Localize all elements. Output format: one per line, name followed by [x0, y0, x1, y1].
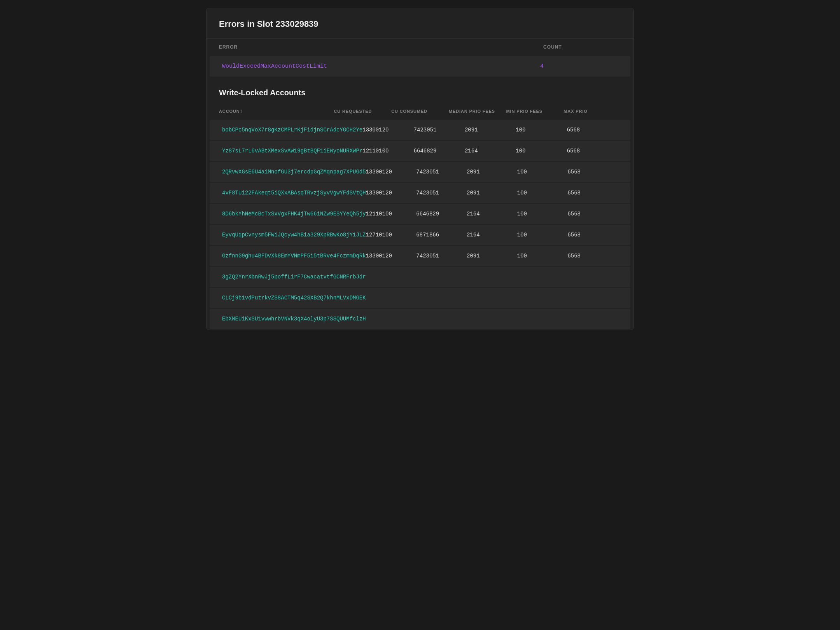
cu-consumed-column-header: CU CONSUMED — [391, 109, 449, 114]
min-prio-fees-value: 100 — [517, 190, 568, 196]
median-prio-fees-value: 2091 — [465, 127, 516, 133]
median-prio-fees-value: 2091 — [467, 253, 517, 259]
count-value: 4 — [540, 63, 618, 70]
account-row: GzfnnG9ghu4BFDvXk8EmYVNmPF5i5tBRve4Fczmm… — [210, 246, 630, 266]
min-prio-fees-value: 100 — [516, 127, 567, 133]
cu-consumed-value: 6646829 — [416, 211, 467, 217]
cu-requested-value: 12110100 — [362, 148, 413, 154]
cu-consumed-value: 7423051 — [416, 253, 467, 259]
write-locked-section-title: Write-Locked Accounts — [206, 77, 634, 103]
account-address[interactable]: 4vF8TUi22FAkeqt5iQXxABAsqTRvzjSyvVgwYFdS… — [222, 190, 366, 196]
max-prio-value: 6568 — [567, 169, 618, 175]
account-address[interactable]: EbXNEUiKxSU1vwwhrbVNVk3qX4olyU3p7SSQUUMf… — [222, 316, 366, 322]
error-rows-container: WouldExceedMaxAccountCostLimit4 — [206, 56, 634, 77]
cu-requested-value: 13300120 — [366, 169, 416, 175]
cu-consumed-value: 7423051 — [416, 169, 467, 175]
median-prio-fees-value: 2164 — [465, 148, 516, 154]
max-prio-column-header: MAX PRIO — [564, 109, 621, 114]
median-prio-fees-value: 2091 — [467, 190, 517, 196]
account-rows-container: bobCPc5nqVoX7r8gKzCMPLrKjFidjnSCrAdcYGCH… — [206, 120, 634, 329]
account-address[interactable]: Yz87sL7rL6vABtXMexSvAW19gBtBQF1iEWyoNURX… — [222, 148, 362, 154]
min-prio-fees-value: 100 — [517, 232, 568, 238]
error-row: WouldExceedMaxAccountCostLimit4 — [210, 56, 630, 77]
error-value[interactable]: WouldExceedMaxAccountCostLimit — [222, 63, 540, 70]
max-prio-value: 6568 — [567, 253, 618, 259]
min-prio-fees-value: 100 — [517, 169, 568, 175]
max-prio-value: 6568 — [567, 232, 618, 238]
error-column-header: ERROR — [219, 44, 543, 50]
account-row: bobCPc5nqVoX7r8gKzCMPLrKjFidjnSCrAdcYGCH… — [210, 120, 630, 140]
account-address[interactable]: CLCj9b1vdPutrkvZS8ACTM5q42SXB2Q7khnMLVxD… — [222, 295, 366, 301]
cu-requested-value: 12110100 — [366, 211, 416, 217]
account-address[interactable]: bobCPc5nqVoX7r8gKzCMPLrKjFidjnSCrAdcYGCH… — [222, 127, 362, 133]
median-prio-fees-value: 2164 — [467, 211, 517, 217]
account-address[interactable]: 8D6bkYhNeMcBcTxSxVgxFHK4jTw66iNZw9ESYYeQ… — [222, 211, 366, 217]
median-prio-fees-value: 2091 — [467, 169, 517, 175]
min-prio-fees-value: 100 — [517, 211, 568, 217]
account-address[interactable]: GzfnnG9ghu4BFDvXk8EmYVNmPF5i5tBRve4Fczmm… — [222, 253, 366, 259]
median-prio-fees-column-header: MEDIAN PRIO FEES — [449, 109, 506, 114]
median-prio-fees-value: 2164 — [467, 232, 517, 238]
min-prio-fees-value: 100 — [516, 148, 567, 154]
account-address[interactable]: 3gZQ2YnrXbnRwJj5poffLirF7CwacatvtfGCNRFr… — [222, 274, 366, 280]
cu-requested-value: 13300120 — [362, 127, 413, 133]
page-title: Errors in Slot 233029839 — [219, 19, 621, 29]
errors-table-header: ERROR COUNT — [206, 39, 634, 55]
account-row: Yz87sL7rL6vABtXMexSvAW19gBtBQF1iEWyoNURX… — [210, 141, 630, 161]
count-column-header: COUNT — [543, 44, 621, 50]
account-row: 4vF8TUi22FAkeqt5iQXxABAsqTRvzjSyvVgwYFdS… — [210, 183, 630, 203]
account-address[interactable]: EyvqUqpCvnysm5FWiJQcyw4hBia329XpRBwKo8jY… — [222, 232, 366, 238]
cu-consumed-value: 6646829 — [414, 148, 465, 154]
account-row: 3gZQ2YnrXbnRwJj5poffLirF7CwacatvtfGCNRFr… — [210, 267, 630, 287]
max-prio-value: 6568 — [567, 211, 618, 217]
account-row: 8D6bkYhNeMcBcTxSxVgxFHK4jTw66iNZw9ESYYeQ… — [210, 204, 630, 224]
max-prio-value: 6568 — [567, 148, 618, 154]
errors-table-section: ERROR COUNT WouldExceedMaxAccountCostLim… — [206, 39, 634, 77]
account-row: 2QRvwXGsE6U4aiMnofGU3j7ercdpGqZMqnpag7XP… — [210, 162, 630, 182]
main-container: Errors in Slot 233029839 ERROR COUNT Wou… — [206, 8, 634, 330]
min-prio-fees-column-header: MIN PRIO FEES — [506, 109, 564, 114]
min-prio-fees-value: 100 — [517, 253, 568, 259]
accounts-table-header: ACCOUNT CU REQUESTED CU CONSUMED MEDIAN … — [206, 103, 634, 119]
max-prio-value: 6568 — [567, 127, 618, 133]
account-address[interactable]: 2QRvwXGsE6U4aiMnofGU3j7ercdpGqZMqnpag7XP… — [222, 169, 366, 175]
page-title-section: Errors in Slot 233029839 — [206, 8, 634, 39]
cu-requested-value: 13300120 — [366, 190, 416, 196]
cu-consumed-value: 7423051 — [416, 190, 467, 196]
cu-requested-column-header: CU REQUESTED — [334, 109, 391, 114]
account-row: EyvqUqpCvnysm5FWiJQcyw4hBia329XpRBwKo8jY… — [210, 225, 630, 245]
cu-consumed-value: 7423051 — [414, 127, 465, 133]
cu-requested-value: 12710100 — [366, 232, 416, 238]
cu-requested-value: 13300120 — [366, 253, 416, 259]
account-row: CLCj9b1vdPutrkvZS8ACTM5q42SXB2Q7khnMLVxD… — [210, 288, 630, 308]
max-prio-value: 6568 — [567, 190, 618, 196]
account-column-header: ACCOUNT — [219, 109, 334, 114]
account-row: EbXNEUiKxSU1vwwhrbVNVk3qX4olyU3p7SSQUUMf… — [210, 309, 630, 329]
cu-consumed-value: 6871866 — [416, 232, 467, 238]
